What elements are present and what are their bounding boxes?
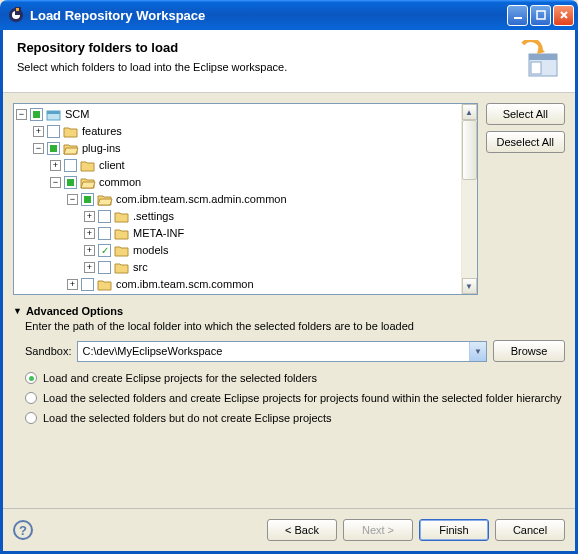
expander-icon[interactable]: − <box>50 177 61 188</box>
tree-node[interactable]: +features <box>16 123 475 140</box>
checkbox[interactable] <box>98 261 111 274</box>
expander-icon[interactable]: − <box>33 143 44 154</box>
folder-icon <box>114 244 130 258</box>
radio-label: Load the selected folders but do not cre… <box>43 412 332 424</box>
folder-icon <box>114 210 130 224</box>
expander-icon[interactable]: − <box>67 194 78 205</box>
tree-node-label: features <box>82 123 122 140</box>
radio-icon[interactable] <box>25 412 37 424</box>
tree-node[interactable]: −plug-ins <box>16 140 475 157</box>
sandbox-combo[interactable]: ▼ <box>77 341 487 362</box>
folder-icon <box>114 261 130 275</box>
page-title: Repository folders to load <box>17 40 517 55</box>
checkbox[interactable] <box>98 210 111 223</box>
radio-label: Load the selected folders and create Ecl… <box>43 392 562 404</box>
close-button[interactable] <box>553 5 574 26</box>
svg-rect-5 <box>537 11 545 19</box>
twistie-down-icon: ▼ <box>13 306 22 316</box>
load-option-radio[interactable]: Load the selected folders and create Ecl… <box>25 392 565 404</box>
expander-icon[interactable]: + <box>67 279 78 290</box>
vertical-scrollbar[interactable]: ▲ ▼ <box>461 104 477 294</box>
folder-icon <box>114 227 130 241</box>
select-all-button[interactable]: Select All <box>486 103 565 125</box>
load-option-radio[interactable]: Load the selected folders but do not cre… <box>25 412 565 424</box>
expander-icon[interactable]: + <box>50 160 61 171</box>
sandbox-input[interactable] <box>78 342 469 361</box>
svg-rect-10 <box>47 111 60 114</box>
tree-node-label: com.ibm.team.scm.admin.common <box>116 191 287 208</box>
tree-node-label: com.ibm.team.scm.common <box>116 276 254 293</box>
expander-icon[interactable]: + <box>84 211 95 222</box>
tree-node-label: src <box>133 259 148 276</box>
scroll-down-button[interactable]: ▼ <box>462 278 477 294</box>
scroll-up-button[interactable]: ▲ <box>462 104 477 120</box>
sandbox-label: Sandbox: <box>25 345 71 357</box>
maximize-button[interactable] <box>530 5 551 26</box>
checkbox[interactable] <box>98 227 111 240</box>
expander-icon[interactable]: + <box>33 126 44 137</box>
tree-node[interactable]: +src <box>16 259 475 276</box>
checkbox[interactable] <box>47 125 60 138</box>
svg-rect-8 <box>531 62 541 74</box>
wizard-banner-icon <box>517 40 561 80</box>
advanced-title: Advanced Options <box>26 305 123 317</box>
checkbox[interactable] <box>30 108 43 121</box>
page-subtitle: Select which folders to load into the Ec… <box>17 61 517 73</box>
tree-node[interactable]: −common <box>16 174 475 191</box>
folder-tree[interactable]: −SCM+features−plug-ins+client−common−com… <box>13 103 478 295</box>
radio-icon[interactable] <box>25 372 37 384</box>
workspace-icon <box>46 108 62 122</box>
expander-icon[interactable]: − <box>16 109 27 120</box>
tree-node-label: .settings <box>133 208 174 225</box>
checkbox[interactable] <box>47 142 60 155</box>
svg-rect-4 <box>514 17 522 19</box>
folder-icon <box>80 159 96 173</box>
tree-node-label: META-INF <box>133 225 184 242</box>
tree-node[interactable]: +com.ibm.team.scm.common <box>16 276 475 293</box>
folder-open-icon <box>80 176 96 190</box>
advanced-desc: Enter the path of the local folder into … <box>13 320 565 332</box>
expander-icon[interactable]: + <box>84 245 95 256</box>
deselect-all-button[interactable]: Deselect All <box>486 131 565 153</box>
checkbox[interactable] <box>64 176 77 189</box>
tree-node-label: models <box>133 242 168 259</box>
radio-label: Load and create Eclipse projects for the… <box>43 372 317 384</box>
finish-button[interactable]: Finish <box>419 519 489 541</box>
svg-rect-7 <box>529 54 557 60</box>
tree-node[interactable]: +.settings <box>16 208 475 225</box>
folder-icon <box>63 125 79 139</box>
tree-node[interactable]: +META-INF <box>16 225 475 242</box>
tree-node[interactable]: +✓models <box>16 242 475 259</box>
radio-icon[interactable] <box>25 392 37 404</box>
load-option-radio[interactable]: Load and create Eclipse projects for the… <box>25 372 565 384</box>
checkbox[interactable] <box>81 193 94 206</box>
titlebar[interactable]: Load Repository Workspace <box>0 0 578 30</box>
help-button[interactable]: ? <box>13 520 33 540</box>
expander-icon[interactable]: + <box>84 262 95 273</box>
minimize-button[interactable] <box>507 5 528 26</box>
folder-open-icon <box>63 142 79 156</box>
folder-icon <box>97 278 113 292</box>
tree-node-label: plug-ins <box>82 140 121 157</box>
tree-node[interactable]: −com.ibm.team.scm.admin.common <box>16 191 475 208</box>
expander-icon[interactable]: + <box>84 228 95 239</box>
checkbox[interactable] <box>81 278 94 291</box>
browse-button[interactable]: Browse <box>493 340 565 362</box>
folder-open-icon <box>97 193 113 207</box>
advanced-options-toggle[interactable]: ▼ Advanced Options <box>13 305 565 317</box>
tree-node-label: client <box>99 157 125 174</box>
tree-node[interactable]: +client <box>16 157 475 174</box>
dropdown-icon[interactable]: ▼ <box>469 342 486 361</box>
svg-rect-3 <box>16 8 19 11</box>
back-button[interactable]: < Back <box>267 519 337 541</box>
tree-node[interactable]: −SCM <box>16 106 475 123</box>
tree-node-label: SCM <box>65 106 89 123</box>
next-button[interactable]: Next > <box>343 519 413 541</box>
checkbox[interactable]: ✓ <box>98 244 111 257</box>
app-icon <box>8 7 24 23</box>
checkbox[interactable] <box>64 159 77 172</box>
wizard-header: Repository folders to load Select which … <box>3 30 575 93</box>
window-title: Load Repository Workspace <box>30 8 505 23</box>
scroll-thumb[interactable] <box>462 120 477 180</box>
cancel-button[interactable]: Cancel <box>495 519 565 541</box>
